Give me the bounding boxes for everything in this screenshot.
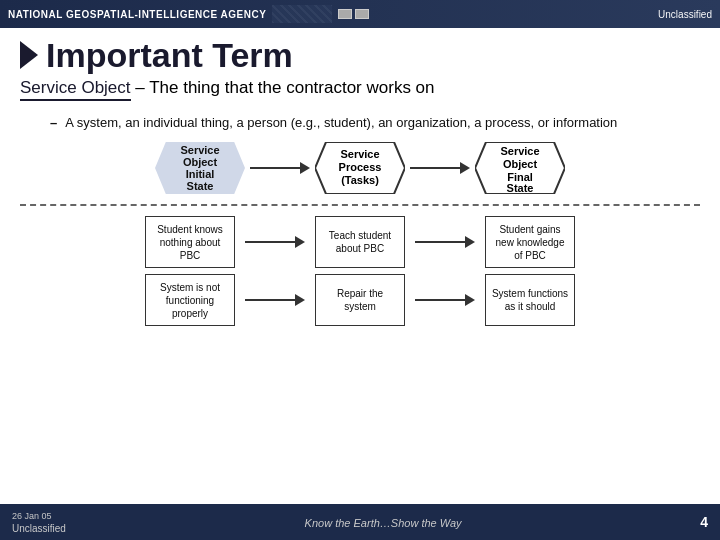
title-row: Important Term xyxy=(20,38,700,72)
header-pattern xyxy=(272,5,332,23)
subtitle-underlined: Service Object xyxy=(20,78,131,101)
arrow-head-1 xyxy=(300,162,310,174)
svg-text:Process: Process xyxy=(339,161,382,173)
icon-box-2 xyxy=(355,9,369,19)
spacer-right-2: Student gains new knowledge of PBC xyxy=(475,216,585,268)
box-student-knows: Student knows nothing about PBC xyxy=(145,216,235,268)
spacer-center-3: Repair the system xyxy=(305,274,415,326)
hex-initial-text: Service Object Initial State xyxy=(180,144,219,192)
diagram: Service Object Initial State Service Pro… xyxy=(20,142,700,326)
arrow-line-2b xyxy=(415,241,465,243)
footer-classification: Unclassified xyxy=(12,523,66,534)
header-left: NATIONAL GEOSPATIAL-INTELLIGENCE AGENCY xyxy=(8,5,369,23)
footer-left: 26 Jan 05 Unclassified xyxy=(12,511,66,534)
hex-right: Service Object Final State xyxy=(465,142,575,194)
page-title: Important Term xyxy=(46,38,293,72)
spacer-center-2: Teach student about PBC xyxy=(305,216,415,268)
dashed-divider xyxy=(20,204,700,206)
header-right: Unclassified xyxy=(658,9,712,20)
title-arrow-icon xyxy=(20,41,38,69)
footer-date: 26 Jan 05 xyxy=(12,511,66,521)
spacer-right-3: System functions as it should xyxy=(475,274,585,326)
hex-final-svg: Service Object Final State xyxy=(475,142,565,194)
svg-text:State: State xyxy=(507,182,534,194)
hex-center: Service Process (Tasks) xyxy=(305,142,415,194)
example-row-2: Student knows nothing about PBC Teach st… xyxy=(20,216,700,268)
arrow-2 xyxy=(410,162,470,174)
footer-page: 4 xyxy=(700,513,708,531)
arrow-line-3b xyxy=(415,299,465,301)
box-system-functions: System functions as it should xyxy=(485,274,575,326)
bullet-text: A system, an individual thing, a person … xyxy=(65,115,617,130)
arrow-head-3a xyxy=(295,294,305,306)
footer-page-number: 4 xyxy=(700,514,708,530)
box-repair-system: Repair the system xyxy=(315,274,405,326)
subtitle-line: Service Object – The thing that the cont… xyxy=(20,78,700,105)
svg-text:Service: Service xyxy=(340,148,379,160)
bullet-row: – A system, an individual thing, a perso… xyxy=(20,115,700,130)
arrow-head-3b xyxy=(465,294,475,306)
box-teach-student: Teach student about PBC xyxy=(315,216,405,268)
box-system-not-functioning: System is not functioning properly xyxy=(145,274,235,326)
arrow-head-2 xyxy=(460,162,470,174)
arrow-line-2a xyxy=(245,241,295,243)
arrow-head-2b xyxy=(465,236,475,248)
icon-box-1 xyxy=(338,9,352,19)
arrow-spacer-2a xyxy=(245,236,305,248)
hex-process-svg: Service Process (Tasks) xyxy=(315,142,405,194)
arrow-spacer-2b xyxy=(415,236,475,248)
agency-name: NATIONAL GEOSPATIAL-INTELLIGENCE AGENCY xyxy=(8,9,266,20)
arrow-head-2a xyxy=(295,236,305,248)
arrow-line-3a xyxy=(245,299,295,301)
header-classification: Unclassified xyxy=(658,9,712,20)
arrow-line-2 xyxy=(410,167,460,169)
arrow-spacer-3b xyxy=(415,294,475,306)
svg-text:(Tasks): (Tasks) xyxy=(341,174,379,186)
header: NATIONAL GEOSPATIAL-INTELLIGENCE AGENCY … xyxy=(0,0,720,28)
arrow-spacer-3a xyxy=(245,294,305,306)
bullet-dash: – xyxy=(50,115,57,130)
subtitle-rest: – The thing that the contractor works on xyxy=(131,78,435,97)
hex-initial-state: Service Object Initial State xyxy=(155,142,245,194)
hex-row: Service Object Initial State Service Pro… xyxy=(20,142,700,194)
arrow-1 xyxy=(250,162,310,174)
hex-left: Service Object Initial State xyxy=(145,142,255,194)
svg-text:Object: Object xyxy=(503,158,538,170)
spacer-left-2: Student knows nothing about PBC xyxy=(135,216,245,268)
example-row-3: System is not functioning properly Repai… xyxy=(20,274,700,326)
box-student-gains: Student gains new knowledge of PBC xyxy=(485,216,575,268)
header-icons xyxy=(338,9,369,19)
footer-tagline: Know the Earth…Show the Way xyxy=(305,513,462,531)
arrow-line-1 xyxy=(250,167,300,169)
spacer-left-3: System is not functioning properly xyxy=(135,274,245,326)
svg-text:Service: Service xyxy=(500,145,539,157)
footer-tagline-text: Know the Earth…Show the Way xyxy=(305,517,462,529)
footer: 26 Jan 05 Unclassified Know the Earth…Sh… xyxy=(0,504,720,540)
main-content: Important Term Service Object – The thin… xyxy=(0,28,720,504)
